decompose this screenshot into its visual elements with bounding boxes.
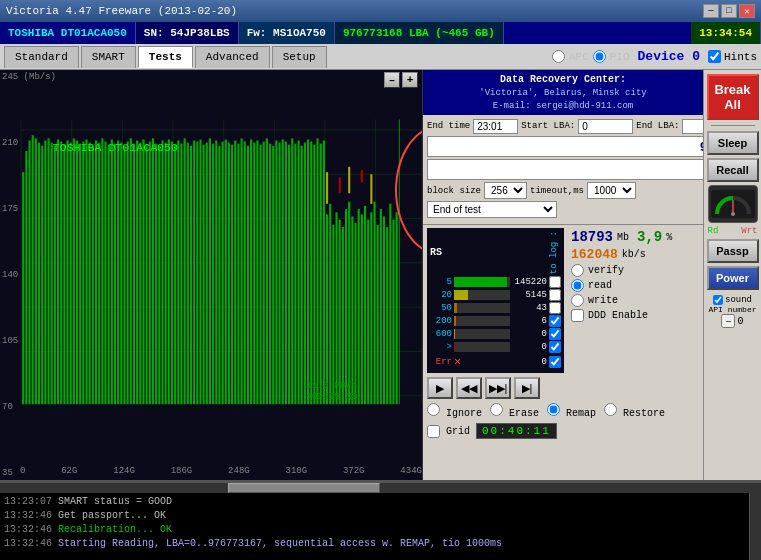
ddd-checkbox[interactable]: [571, 309, 584, 322]
main-area: – + 245 (Mb/s) 210 175 140 105 70 35: [0, 70, 761, 480]
grid-checkbox[interactable]: [427, 425, 440, 438]
svg-rect-104: [301, 146, 303, 404]
remap-radio[interactable]: [547, 403, 560, 416]
rs-row-err: Err ✕ 0: [430, 354, 561, 369]
rs-row-50: 50 43: [430, 302, 561, 314]
svg-rect-102: [294, 144, 296, 405]
rs-row-gt: > 0: [430, 341, 561, 353]
rs-cb-20[interactable]: [549, 289, 561, 301]
start-lba-input[interactable]: [578, 119, 633, 134]
passp-button[interactable]: Passp: [707, 239, 759, 263]
power-button[interactable]: Power: [707, 266, 759, 290]
rs-bar-bg-20: [454, 290, 510, 300]
tab-smart[interactable]: SMART: [81, 46, 136, 68]
svg-rect-83: [234, 140, 236, 404]
svg-rect-123: [361, 214, 363, 404]
block-size-select[interactable]: 256 512: [484, 182, 527, 199]
sound-checkbox[interactable]: [713, 295, 723, 305]
log-line-1: 13:23:07 SMART status = GOOD: [4, 495, 745, 509]
log-section: 13:23:07 SMART status = GOOD 13:32:46 Ge…: [0, 480, 761, 560]
remap-label: Remap: [566, 408, 596, 419]
erase-option: Erase: [490, 403, 539, 419]
write-radio[interactable]: [571, 294, 584, 307]
svg-rect-107: [310, 142, 312, 405]
rs-cb-err[interactable]: [549, 356, 561, 368]
svg-rect-116: [339, 220, 341, 405]
ignore-radio[interactable]: [427, 403, 440, 416]
svg-rect-84: [237, 144, 239, 405]
hscroll-thumb[interactable]: [228, 483, 380, 493]
sleep-button[interactable]: Sleep: [707, 131, 759, 155]
far-right-column: Break All Sleep Recall Rd Wrt Passp Powe…: [703, 70, 761, 480]
rs-cb-gt[interactable]: [549, 341, 561, 353]
hints-checkbox[interactable]: [708, 50, 721, 63]
read-radio[interactable]: [571, 279, 584, 292]
rs-section: RS to log : 5 145220 20: [427, 228, 564, 373]
break-all-button[interactable]: Break All: [707, 74, 759, 120]
svg-rect-126: [370, 212, 372, 404]
verify-radio[interactable]: [571, 264, 584, 277]
svg-rect-109: [317, 138, 319, 404]
svg-rect-67: [184, 138, 186, 404]
end-time-input[interactable]: [473, 119, 518, 134]
timeout-label: timeout,ms: [530, 186, 584, 196]
svg-rect-65: [177, 140, 179, 404]
start-lba-label: Start LBA:: [521, 121, 575, 131]
pio-radio[interactable]: [593, 50, 606, 63]
playback-row: ▶ ◀◀ ▶▶| ▶|: [423, 375, 703, 401]
log-content[interactable]: 13:23:07 SMART status = GOOD 13:32:46 Ge…: [0, 493, 749, 560]
play-button[interactable]: ▶: [427, 377, 453, 399]
tab-tests[interactable]: Tests: [138, 46, 193, 68]
sound-row: sound: [713, 295, 752, 305]
minimize-button[interactable]: ─: [703, 4, 719, 18]
svg-rect-27: [57, 139, 59, 404]
svg-rect-29: [63, 145, 65, 405]
separator-1: [423, 224, 703, 225]
rs-bar-bg-200: [454, 316, 510, 326]
prev-button[interactable]: ◀◀: [456, 377, 482, 399]
rs-cb-600[interactable]: [549, 328, 561, 340]
restore-radio[interactable]: [604, 403, 617, 416]
recall-button[interactable]: Recall: [707, 158, 759, 182]
skip-button[interactable]: ▶▶|: [485, 377, 511, 399]
horizontal-scrollbar[interactable]: [0, 482, 761, 493]
svg-rect-49: [127, 142, 129, 405]
svg-rect-112: [326, 214, 328, 404]
svg-rect-88: [250, 139, 252, 404]
svg-rect-39: [95, 140, 97, 404]
tab-standard[interactable]: Standard: [4, 46, 79, 68]
api-minus-button[interactable]: –: [721, 314, 735, 328]
kbs-stat-row: 162048 kb/s: [568, 246, 699, 263]
rs-bar-bg-5: [454, 277, 510, 287]
maximize-button[interactable]: □: [721, 4, 737, 18]
svg-rect-80: [225, 139, 227, 404]
rs-cb-5[interactable]: [549, 276, 561, 288]
end-button[interactable]: ▶|: [514, 377, 540, 399]
tab-setup[interactable]: Setup: [272, 46, 327, 68]
rs-cb-50[interactable]: [549, 302, 561, 314]
rs-cb-200[interactable]: [549, 315, 561, 327]
mode-select[interactable]: End of test Ignore errors Stop on error: [427, 201, 557, 218]
timeout-select[interactable]: 1000 500: [587, 182, 636, 199]
separator-far-right: [711, 125, 755, 126]
hints-checkbox-group: Hints: [708, 50, 757, 63]
svg-rect-57: [152, 138, 154, 404]
pct-unit: %: [666, 232, 672, 243]
svg-rect-70: [193, 140, 195, 404]
svg-rect-43: [108, 145, 110, 405]
svg-rect-62: [168, 139, 170, 404]
svg-rect-103: [298, 140, 300, 404]
info-bar: TOSHIBA DT01ACA050 SN: 54JP38LBS Fw: MS1…: [0, 22, 761, 44]
svg-rect-37: [89, 143, 91, 405]
log-scrollbar[interactable]: [749, 493, 761, 560]
mb-stat-row: 18793 Mb 3,9 %: [568, 228, 699, 246]
lba-info: 976773168 LBA (~465 GB): [335, 22, 504, 44]
erase-radio[interactable]: [490, 403, 503, 416]
svg-rect-82: [231, 145, 233, 405]
close-button[interactable]: ✕: [739, 4, 755, 18]
tab-advanced[interactable]: Advanced: [195, 46, 270, 68]
rs-bar-bg-50: [454, 303, 510, 313]
zoom-minus-button[interactable]: –: [384, 72, 400, 88]
zoom-plus-button[interactable]: +: [402, 72, 418, 88]
apc-radio[interactable]: [552, 50, 565, 63]
